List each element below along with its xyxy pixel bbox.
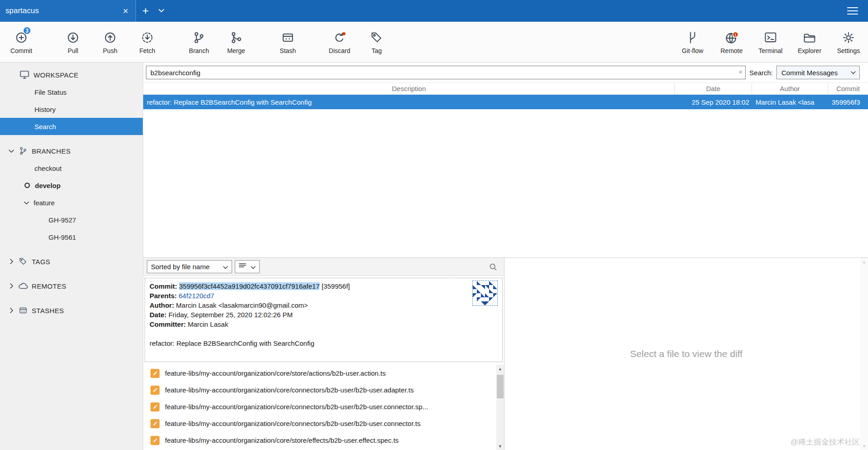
column-header-author[interactable]: Author	[752, 83, 828, 94]
sidebar-section-branches[interactable]: BRANCHES	[0, 142, 143, 160]
sidebar: WORKSPACE File Status History Search BRA…	[0, 63, 143, 450]
search-icon	[489, 262, 498, 271]
commit-button[interactable]: 3 Commit	[3, 22, 40, 62]
tags-icon	[18, 256, 28, 266]
scroll-up-arrow[interactable]: ▲	[496, 365, 504, 373]
scroll-down-arrow[interactable]: ▼	[496, 442, 504, 450]
app-window: spartacus × + 3 Commit Pull	[0, 0, 868, 450]
clear-search-icon[interactable]: ×	[739, 68, 743, 76]
commit-count-badge: 3	[23, 26, 31, 35]
modified-file-icon	[150, 436, 160, 445]
settings-button[interactable]: Settings	[829, 22, 868, 62]
repo-tab[interactable]: spartacus ×	[0, 0, 136, 22]
settings-gear-icon	[840, 29, 857, 46]
stash-button[interactable]: Stash	[269, 22, 306, 62]
branch-folder-feature[interactable]: feature	[0, 194, 143, 211]
commit-row-selected[interactable]: refactor: Replace B2BSearchConfig with S…	[143, 95, 868, 109]
explorer-button[interactable]: Explorer	[790, 22, 829, 62]
commit-message: refactor: Replace B2BSearchConfig with S…	[150, 339, 498, 348]
remote-button[interactable]: ! Remote	[712, 22, 751, 62]
search-mode-label: Search:	[749, 69, 773, 77]
repo-tab-title: spartacus	[5, 6, 121, 15]
titlebar: spartacus × +	[0, 0, 868, 22]
main-toolbar: 3 Commit Pull Push Fetch Branch	[0, 22, 868, 63]
column-header-description[interactable]: Description	[143, 83, 675, 94]
commit-short-hash: [359956f]	[321, 282, 350, 290]
column-header-commit[interactable]: Commit	[828, 83, 868, 94]
merge-button[interactable]: Merge	[218, 22, 255, 62]
branch-item-gh-9561[interactable]: GH-9561	[0, 228, 143, 246]
diff-scrollbar[interactable]: ▲ ▼	[860, 258, 868, 450]
sort-files-select[interactable]: Sorted by file name	[147, 260, 232, 273]
diff-placeholder-text: Select a file to view the diff	[630, 348, 742, 359]
author-identicon	[472, 281, 498, 306]
changed-files-list: feature-libs/my-account/organization/cor…	[143, 365, 496, 450]
hamburger-icon	[847, 7, 858, 15]
file-row[interactable]: feature-libs/my-account/organization/cor…	[143, 382, 496, 398]
file-list-scrollbar[interactable]: ▲ ▼	[496, 365, 504, 450]
svg-text:!: !	[735, 32, 736, 37]
commit-metadata: Commit: 359956f3cf4452a919d02fc437091cf7…	[145, 278, 503, 362]
scrollbar-thumb[interactable]	[497, 375, 504, 398]
branch-button[interactable]: Branch	[180, 22, 218, 62]
file-row[interactable]: feature-libs/my-account/organization/cor…	[143, 365, 496, 382]
view-mode-select[interactable]	[235, 260, 260, 273]
branch-item-checkout[interactable]: checkout	[0, 160, 143, 177]
chevron-down-icon	[8, 148, 15, 154]
chevron-down-icon	[223, 263, 228, 271]
sidebar-section-workspace[interactable]: WORKSPACE	[0, 66, 143, 83]
tab-dropdown-button[interactable]	[155, 0, 168, 22]
tag-icon	[369, 29, 385, 46]
toolbar-right-group: Git-flow ! Remote Terminal Explorer	[673, 22, 868, 62]
parent-commit-link[interactable]: 64f2120cd7	[179, 292, 214, 300]
fetch-button[interactable]: Fetch	[129, 22, 166, 62]
pull-button[interactable]: Pull	[54, 22, 92, 62]
remote-icon: !	[723, 29, 740, 46]
scroll-up-arrow[interactable]: ▲	[860, 258, 868, 266]
commit-table-header: Description Date Author Commit	[143, 82, 868, 95]
file-row[interactable]: feature-libs/my-account/organization/cor…	[143, 415, 496, 432]
gitflow-icon	[684, 29, 701, 46]
sidebar-item-file-status[interactable]: File Status	[0, 83, 143, 101]
tag-button[interactable]: Tag	[358, 22, 395, 62]
explorer-icon	[801, 29, 818, 46]
column-header-date[interactable]: Date	[675, 83, 752, 94]
sidebar-item-history[interactable]: History	[0, 101, 143, 118]
file-search-button[interactable]	[489, 262, 498, 271]
main-panel: × Search: Commit Messages Description Da…	[143, 63, 868, 450]
commit-date: 25 Sep 2020 18:02	[675, 98, 752, 106]
new-tab-button[interactable]: +	[136, 0, 155, 22]
push-button[interactable]: Push	[92, 22, 129, 62]
commit-author: Marcin Lasak <lasa	[752, 98, 828, 106]
scroll-down-arrow[interactable]: ▼	[860, 442, 868, 450]
sidebar-section-tags[interactable]: TAGS	[0, 253, 143, 270]
modified-file-icon	[150, 369, 160, 378]
file-row[interactable]: feature-libs/my-account/organization/cor…	[143, 432, 496, 449]
gitflow-button[interactable]: Git-flow	[673, 22, 712, 62]
current-branch-icon	[24, 182, 31, 189]
modified-file-icon	[150, 402, 160, 411]
branch-item-develop[interactable]: develop	[0, 177, 143, 194]
modified-file-icon	[150, 386, 160, 395]
chevron-right-icon	[8, 258, 15, 265]
commit-search-input[interactable]	[146, 66, 746, 79]
discard-button[interactable]: Discard	[321, 22, 358, 62]
close-tab-icon[interactable]: ×	[121, 6, 130, 16]
commit-author-email: Marcin Lasak <lasakmarcin90@gmail.com>	[176, 301, 308, 309]
commit-icon: 3	[13, 29, 29, 46]
pull-icon	[65, 29, 81, 46]
chevron-down-icon	[251, 263, 256, 271]
file-row[interactable]: feature-libs/my-account/organization/cor…	[143, 398, 496, 415]
workspace-monitor-icon	[19, 69, 30, 80]
commit-full-date: Friday, September 25, 2020 12:02:26 PM	[169, 311, 293, 319]
chevron-right-icon	[8, 283, 15, 289]
sidebar-item-search[interactable]: Search	[0, 118, 143, 135]
search-mode-select[interactable]: Commit Messages	[776, 66, 860, 79]
branches-icon	[18, 146, 28, 156]
sidebar-section-stashes[interactable]: STASHES	[0, 302, 143, 319]
branch-item-gh-9527[interactable]: GH-9527	[0, 211, 143, 228]
terminal-button[interactable]: Terminal	[751, 22, 790, 62]
hamburger-menu-button[interactable]	[837, 0, 868, 22]
terminal-icon	[762, 29, 779, 46]
sidebar-section-remotes[interactable]: REMOTES	[0, 277, 143, 295]
